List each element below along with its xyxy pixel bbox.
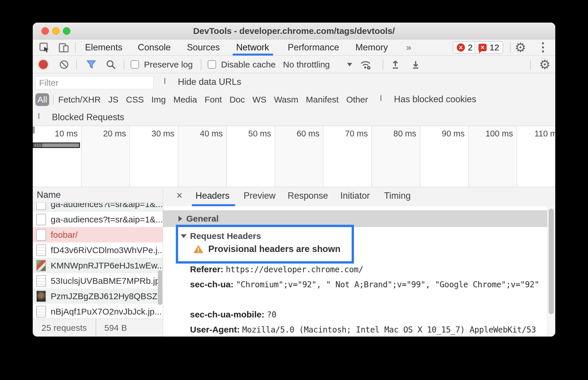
hide-data-urls-checkbox[interactable] [164, 78, 165, 84]
details-scrollbar-thumb[interactable] [549, 209, 554, 314]
filter-chip-font[interactable]: Font [204, 95, 222, 105]
tab-network[interactable]: Network [234, 39, 271, 56]
table-row[interactable]: KMNWpnRJTP6eHJs1wEw... [33, 258, 163, 273]
search-icon[interactable] [106, 56, 116, 73]
requests-panel: Name ga-audiences?t=sr&aip=1&... ga-audi… [33, 187, 163, 337]
filter-row: Hide data URLs [33, 73, 555, 93]
table-row[interactable]: ga-audiences?t=sr&aip=1&... [33, 212, 163, 227]
divider [76, 59, 77, 70]
header-label: sec-ch-ua-mobile: [190, 310, 264, 319]
request-doc-icon [36, 214, 46, 225]
request-headers-section-header[interactable]: Request Headers [181, 231, 261, 241]
timeline-tick: 70 ms [324, 129, 368, 138]
filter-chip-doc[interactable]: Doc [229, 95, 245, 105]
filter-chip-all[interactable]: All [35, 93, 49, 106]
filter-chip-media[interactable]: Media [173, 95, 197, 105]
disable-cache-checkbox[interactable] [208, 56, 216, 73]
tab-elements[interactable]: Elements [85, 39, 123, 56]
request-image-thumbnail-icon [36, 260, 46, 271]
table-row[interactable]: fD43v6RiVCDlmo3WhVPe.j... [33, 242, 163, 258]
tab-sources[interactable]: Sources [186, 39, 220, 56]
table-row[interactable]: nBjAqf1PuX7O2nvJbJck.jp... [33, 304, 163, 319]
network-toolbar: Preserve log Disable cache No throttling… [33, 56, 555, 73]
titlebar: DevTools - developer.chrome.com/tags/dev… [33, 23, 555, 39]
import-har-icon[interactable] [391, 56, 400, 73]
timeline-tick: 30 ms [131, 129, 174, 138]
error-count: 2 [468, 43, 473, 52]
filter-chip-fetch-xhr[interactable]: Fetch/XHR [58, 95, 101, 105]
blocked-requests-checkbox[interactable] [38, 114, 39, 119]
chevron-right-icon [178, 216, 182, 222]
timeline-activity-bar [33, 142, 80, 148]
timeline-tick: 100 ms [470, 129, 513, 138]
request-name: KMNWpnRJTP6eHJs1wEw... [51, 261, 163, 271]
network-settings-gear-icon[interactable]: ⚙ [539, 56, 550, 73]
request-image-icon [36, 275, 46, 287]
tab-console[interactable]: Console [138, 39, 171, 56]
record-button[interactable] [39, 56, 48, 73]
kebab-menu-icon[interactable] [542, 42, 544, 52]
filter-chip-js[interactable]: JS [108, 95, 118, 105]
table-row[interactable]: ga-audiences?t=sr&aip=1&... [33, 203, 163, 212]
blocked-requests-row: Blocked Requests [33, 110, 555, 126]
timeline-tick: 20 ms [83, 129, 126, 138]
divider [75, 42, 76, 53]
filter-chip-css[interactable]: CSS [126, 95, 144, 105]
timeline-tick: 50 ms [228, 129, 271, 138]
tab-response[interactable]: Response [288, 187, 328, 204]
tab-performance[interactable]: Performance [287, 39, 340, 56]
tab-headers[interactable]: Headers [196, 187, 229, 204]
clear-icon[interactable] [59, 56, 69, 73]
filter-chip-img[interactable]: Img [151, 95, 166, 105]
table-row-error[interactable]: foobar/ [33, 227, 163, 242]
divider [530, 59, 531, 70]
header-value: ?0 [267, 310, 276, 319]
throttling-caret-icon[interactable] [347, 56, 352, 73]
settings-gear-icon[interactable]: ⚙ [515, 40, 526, 55]
details-tab-bar: × Headers Preview Response Initiator Tim… [163, 187, 555, 206]
request-image-icon [36, 306, 46, 317]
preserve-log-checkbox[interactable] [131, 56, 139, 73]
tab-timing[interactable]: Timing [384, 187, 411, 204]
network-conditions-icon[interactable] [359, 56, 372, 73]
error-badge[interactable]: ✕ 2 [453, 41, 477, 54]
close-icon[interactable]: × [176, 187, 182, 204]
header-line-sec-ch-ua: sec-ch-ua: "Chromium";v="92", " Not A;Br… [190, 277, 539, 292]
timeline-tick: 10 ms [34, 129, 78, 138]
timeline-selection-handle[interactable] [33, 127, 35, 134]
active-tab-underline [233, 54, 273, 56]
has-blocked-cookies-label: Has blocked cookies [394, 94, 476, 105]
has-blocked-cookies-checkbox[interactable] [380, 96, 381, 101]
timeline-gridline [420, 126, 420, 187]
inspect-icon[interactable] [39, 42, 50, 53]
requests-scrollbar[interactable] [158, 270, 162, 305]
table-row[interactable]: PzmJZBgZBJ612Hy8QBSZ... [33, 288, 163, 304]
timeline-gridline [129, 126, 130, 187]
header-label: sec-ch-ua: [190, 279, 233, 289]
more-tabs-chevron[interactable]: » [403, 39, 414, 56]
filter-icon[interactable] [86, 56, 96, 73]
throttling-select[interactable]: No throttling [283, 56, 330, 73]
name-column-header[interactable]: Name [33, 187, 163, 203]
request-name: ga-audiences?t=sr&aip=1&... [51, 215, 163, 224]
timeline-gridline [468, 126, 469, 187]
filter-chip-wasm[interactable]: Wasm [274, 95, 298, 105]
export-har-icon[interactable] [411, 56, 420, 73]
table-row[interactable]: 53IuclsjUVBaBME7MPRb.jp... [33, 273, 163, 288]
tab-preview[interactable]: Preview [244, 187, 275, 204]
timeline-overview[interactable]: 10 ms 20 ms 30 ms 40 ms 50 ms 60 ms 70 m… [33, 126, 555, 187]
tab-initiator[interactable]: Initiator [340, 187, 370, 204]
filter-chip-ws[interactable]: WS [253, 95, 266, 105]
error-icon: ✕ [457, 43, 465, 52]
filter-input[interactable] [35, 76, 154, 89]
tab-memory[interactable]: Memory [355, 39, 388, 56]
filter-chip-other[interactable]: Other [346, 95, 368, 105]
filter-chip-manifest[interactable]: Manifest [306, 95, 339, 105]
header-value: https://developer.chrome.com/ [226, 265, 363, 274]
header-line-sec-ch-ua-mobile: sec-ch-ua-mobile: ?0 [190, 307, 539, 322]
warning-badge[interactable]: ✕ 12 [474, 41, 503, 54]
timeline-gridline [275, 126, 275, 187]
device-toolbar-icon[interactable] [58, 42, 69, 53]
details-scrollbar-track[interactable] [547, 206, 555, 337]
warning-icon: ✕ [479, 44, 487, 51]
